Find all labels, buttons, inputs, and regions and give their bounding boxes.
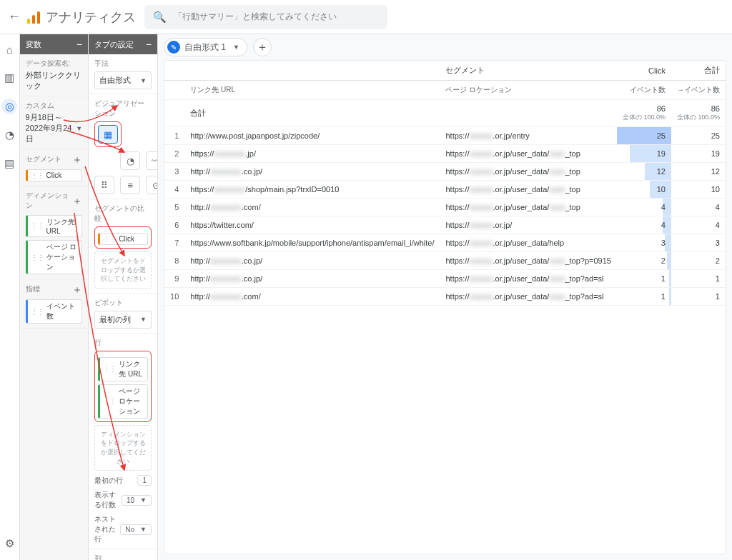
viz-bar-icon[interactable]: ≡ (120, 176, 140, 194)
show-rows-select[interactable]: 10▼ (122, 495, 152, 506)
chevron-down-icon: ▼ (76, 125, 82, 132)
table-row[interactable]: 3 http://xxxxxxxx.co.jp/ https://xxxxxx.… (164, 163, 726, 181)
rows-dropzone[interactable]: ディメンションをドロップするか選択してください (94, 425, 152, 471)
tab-settings-header: タブの設定 − (89, 34, 157, 54)
segment-chip-click[interactable]: ⋮⋮Click (26, 169, 83, 181)
topbar: ← アナリティクス 🔍 「行動サマリー」と検索してみてください (0, 0, 732, 34)
col-event-count[interactable]: イベント数 (617, 81, 671, 100)
table-row[interactable]: 9 http://xxxxxxxx.co.jp/ https://xxxxxx.… (164, 270, 726, 288)
nav-explore-icon[interactable]: ◎ (1, 99, 17, 114)
viz-geo-icon[interactable]: ⊙ (146, 176, 158, 194)
tab-freeform-1[interactable]: ✎ 自由形式 1 ▼ (164, 38, 247, 56)
segment-dropzone[interactable]: セグメントをドロップするか選択してください (94, 251, 152, 289)
segment-compare-chip[interactable]: ⋮⋮Click (98, 233, 148, 245)
pivot-select[interactable]: 最初の列▼ (94, 311, 152, 329)
logo[interactable]: アナリティクス (26, 9, 136, 26)
table-row[interactable]: 10 http://xxxxxxxx.com/ https://xxxxxx.o… (164, 288, 726, 306)
dimension-chip-page-location[interactable]: ⋮⋮ページ ロケーション (26, 240, 83, 274)
dimension-chip-link-url[interactable]: ⋮⋮リンク先 URL (26, 215, 83, 237)
total-row: 合計 86全体の 100.0% 86全体の 100.0% (164, 100, 726, 127)
add-metric-button[interactable]: ＋ (72, 284, 82, 296)
col-link-url[interactable]: リンク先 URL (184, 81, 440, 100)
col-click: Click (617, 61, 671, 81)
collapse-tabsettings-button[interactable]: − (146, 39, 152, 50)
collapse-variables-button[interactable]: − (76, 39, 82, 50)
add-segment-button[interactable]: ＋ (72, 154, 82, 166)
table-row[interactable]: 5 http://xxxxxxxx.com/ https://xxxxxx.or… (164, 199, 726, 216)
chevron-down-icon: ▼ (140, 77, 147, 84)
report-table: セグメント Click 合計 リンク先 URL ページ ロケーション イベント数… (164, 61, 726, 306)
nav-settings-icon[interactable]: ⚙ (1, 536, 17, 551)
nav-configure-icon[interactable]: ▤ (1, 156, 17, 171)
add-tab-button[interactable]: ＋ (253, 38, 272, 56)
nav-reports-icon[interactable]: ▥ (1, 70, 17, 86)
nav-advertising-icon[interactable]: ◔ (1, 127, 17, 143)
row-chip-link-url[interactable]: ⋮⋮リンク先 URL (98, 357, 148, 381)
table-row[interactable]: 8 http://xxxxxxxx.co.jp/ https://xxxxxx.… (164, 252, 726, 270)
table-row[interactable]: 7 https://www.softbank.jp/mobile/support… (164, 234, 726, 252)
table-row[interactable]: 1 http://www.post.japanpost.jp/zipcode/ … (164, 127, 726, 145)
back-button[interactable]: ← (6, 9, 23, 24)
nav-home-icon[interactable]: ⌂ (1, 41, 17, 57)
viz-table-icon[interactable]: ▦ (98, 125, 118, 144)
viz-line-icon[interactable]: 〰 (146, 151, 158, 170)
app-name: アナリティクス (46, 9, 136, 26)
viz-scatter-icon[interactable]: ⠿ (94, 176, 114, 194)
date-range-picker[interactable]: カスタム 9月18日～2022年9月24日▼ (20, 96, 89, 149)
viz-donut-icon[interactable]: ◔ (120, 151, 140, 170)
metric-chip-event-count[interactable]: ⋮⋮イベント数 (26, 299, 83, 324)
exploration-name-section: データ探索名: 外部リンククリック (20, 54, 89, 96)
table-row[interactable]: 4 https://xxxxxxxx/shop/main.jsp?trxID=0… (164, 181, 726, 199)
variables-panel: 変数 − データ探索名: 外部リンククリック カスタム 9月18日～2022年9… (20, 34, 89, 560)
search-placeholder: 「行動サマリー」と検索してみてください (174, 11, 337, 23)
variables-header: 変数 − (20, 34, 89, 54)
tab-settings-panel: タブの設定 − 手法 自由形式▼ ビジュアリゼーション ▦ ◔ 〰 ⠿ ≡ ⊙ … (89, 34, 158, 560)
nested-rows-select[interactable]: No▼ (120, 524, 152, 535)
search-icon: 🔍 (153, 11, 167, 24)
start-row-input[interactable]: 1 (137, 475, 152, 486)
search-input[interactable]: 🔍 「行動サマリー」と検索してみてください (144, 5, 387, 29)
table-row[interactable]: 2 https://xxxxxxxx.jp/ https://xxxxxx.or… (164, 145, 726, 163)
col-segment: セグメント (440, 61, 616, 81)
col-page-location[interactable]: ページ ロケーション (440, 81, 616, 100)
technique-select[interactable]: 自由形式▼ (94, 71, 152, 89)
table-row[interactable]: 6 https://twitter.com/ https://xxxxxx.or… (164, 216, 726, 234)
chevron-down-icon: ▼ (233, 44, 239, 51)
edit-tab-icon: ✎ (167, 41, 180, 54)
row-chip-page-location[interactable]: ⋮⋮ページ ロケーション (98, 384, 148, 419)
col-total: 合計 (671, 61, 726, 81)
col-plus-event-count[interactable]: →イベント数 (671, 81, 726, 100)
exploration-canvas: ✎ 自由形式 1 ▼ ＋ セグメント Click 合計 リンク先 URL (158, 34, 732, 560)
left-nav-rail: ⌂ ▥ ◎ ◔ ▤ ⚙ (0, 34, 20, 560)
analytics-logo-icon (26, 9, 41, 25)
add-dimension-button[interactable]: ＋ (72, 195, 82, 208)
